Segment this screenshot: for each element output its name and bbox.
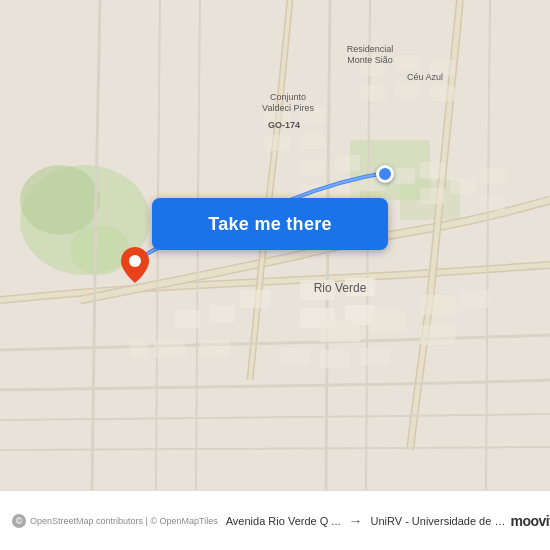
svg-text:Valdeci Pires: Valdeci Pires — [262, 103, 314, 113]
svg-rect-31 — [420, 188, 445, 204]
svg-text:GO-174: GO-174 — [268, 120, 300, 130]
svg-rect-33 — [480, 168, 505, 184]
destination-marker — [376, 165, 394, 183]
svg-rect-17 — [420, 325, 455, 345]
svg-rect-40 — [430, 85, 455, 101]
svg-rect-25 — [335, 155, 360, 171]
route-to-label: UniRV - Universidade de Ri... — [371, 515, 511, 527]
map-container: Residencial Monte Sião Céu Azul Conjunto… — [0, 0, 550, 490]
svg-text:Residencial: Residencial — [347, 44, 394, 54]
attribution-text: OpenStreetMap contributors | © OpenMapTi… — [30, 516, 218, 526]
svg-point-52 — [129, 255, 141, 267]
svg-rect-38 — [360, 85, 385, 101]
svg-rect-44 — [300, 133, 325, 149]
svg-rect-16 — [460, 290, 490, 308]
moovit-text: moovit — [511, 513, 551, 529]
origin-marker — [121, 247, 149, 283]
svg-rect-36 — [395, 55, 420, 71]
svg-rect-43 — [265, 135, 290, 151]
svg-rect-30 — [420, 162, 445, 178]
attribution: © OpenStreetMap contributors | © OpenMap… — [12, 514, 218, 528]
svg-text:Monte Sião: Monte Sião — [347, 55, 393, 65]
moovit-logo: moovit — [511, 513, 551, 529]
svg-rect-32 — [450, 178, 475, 194]
svg-rect-13 — [210, 305, 235, 323]
route-arrow-icon: → — [349, 513, 363, 529]
svg-text:Conjunto: Conjunto — [270, 92, 306, 102]
copyright-icon: © — [12, 514, 26, 528]
svg-text:Rio Verde: Rio Verde — [314, 281, 367, 295]
svg-rect-24 — [300, 160, 325, 176]
take-me-there-button[interactable]: Take me there — [152, 198, 388, 250]
route-info: Avenida Rio Verde Q ... → UniRV - Univer… — [226, 513, 511, 529]
svg-rect-39 — [395, 82, 420, 98]
svg-text:Céu Azul: Céu Azul — [407, 72, 443, 82]
svg-rect-12 — [240, 290, 270, 308]
svg-rect-10 — [320, 320, 360, 342]
take-me-there-label: Take me there — [208, 214, 332, 235]
svg-rect-23 — [130, 340, 148, 358]
svg-rect-14 — [175, 310, 200, 328]
route-from-label: Avenida Rio Verde Q ... — [226, 515, 341, 527]
svg-rect-15 — [420, 295, 455, 315]
svg-rect-21 — [200, 340, 230, 358]
svg-rect-34 — [480, 195, 505, 211]
svg-rect-22 — [155, 340, 185, 358]
svg-rect-18 — [320, 350, 350, 368]
svg-rect-20 — [280, 348, 310, 366]
svg-rect-19 — [360, 348, 390, 366]
svg-point-2 — [20, 165, 100, 235]
bottom-bar: © OpenStreetMap contributors | © OpenMap… — [0, 490, 550, 550]
svg-rect-11 — [370, 310, 405, 332]
